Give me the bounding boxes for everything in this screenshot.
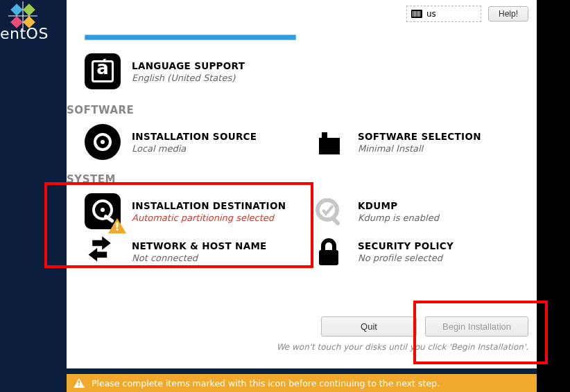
lock-icon — [311, 233, 347, 269]
help-button[interactable]: Help! — [488, 6, 528, 21]
disc-icon — [85, 124, 121, 160]
footer-note: We won't touch your disks until you clic… — [277, 342, 528, 352]
brand-name: entOS — [0, 25, 49, 42]
spoke-kdump[interactable]: KDUMP Kdump is enabled — [306, 191, 515, 231]
system-section-header: SYSTEM — [67, 173, 537, 186]
left-sidebar: entOS — [0, 0, 67, 392]
spoke-title: SOFTWARE SELECTION — [358, 131, 481, 142]
keyboard-layout-indicator[interactable]: us — [406, 6, 481, 22]
main-panel: us Help! LANGUAGE SUPPORT English (Unite… — [67, 0, 537, 368]
warning-bar-text: Please complete items marked with this i… — [92, 378, 440, 389]
spoke-subtitle: Automatic partitioning selected — [132, 213, 286, 223]
right-black-bar — [537, 0, 570, 392]
spoke-title: INSTALLATION DESTINATION — [132, 200, 286, 211]
spoke-installation-destination[interactable]: INSTALLATION DESTINATION Automatic parti… — [67, 191, 302, 231]
keyboard-icon — [411, 10, 422, 18]
spoke-subtitle: English (United States) — [132, 73, 245, 83]
software-section-header: SOFTWARE — [67, 104, 537, 116]
language-icon — [85, 53, 121, 89]
svg-point-9 — [318, 200, 337, 220]
kdump-icon — [311, 193, 347, 229]
footer-actions: Quit Begin Installation — [321, 317, 528, 337]
svg-rect-2 — [10, 3, 23, 16]
spoke-security-policy[interactable]: SECURITY POLICY No profile selected — [306, 231, 515, 271]
localization-row-highlight — [85, 35, 296, 40]
keyboard-layout-label: us — [426, 9, 436, 19]
spoke-title: KDUMP — [358, 200, 439, 211]
package-icon — [311, 124, 347, 160]
warning-triangle-icon — [74, 378, 85, 388]
spoke-subtitle: Not connected — [132, 253, 267, 263]
network-icon — [85, 233, 121, 269]
spoke-subtitle: Kdump is enabled — [358, 213, 439, 223]
warning-bar[interactable]: Please complete items marked with this i… — [67, 374, 537, 392]
spoke-software-selection[interactable]: SOFTWARE SELECTION Minimal Install — [306, 122, 515, 162]
spoke-subtitle: Local media — [132, 143, 257, 154]
summary-content: LANGUAGE SUPPORT English (United States)… — [67, 35, 537, 345]
topbar: us Help! — [406, 6, 528, 22]
spoke-title: INSTALLATION SOURCE — [132, 131, 257, 142]
spoke-subtitle: No profile selected — [358, 253, 454, 263]
svg-rect-0 — [23, 3, 35, 16]
spoke-subtitle: Minimal Install — [358, 143, 481, 154]
spoke-network[interactable]: NETWORK & HOST NAME Not connected — [67, 231, 302, 271]
spoke-title: SECURITY POLICY — [358, 240, 454, 251]
harddisk-icon — [85, 193, 121, 229]
quit-button[interactable]: Quit — [321, 317, 417, 337]
begin-installation-button[interactable]: Begin Installation — [425, 317, 528, 337]
spoke-installation-source[interactable]: INSTALLATION SOURCE Local media — [67, 122, 302, 162]
svg-point-7 — [101, 208, 105, 212]
spoke-language-support[interactable]: LANGUAGE SUPPORT English (United States) — [67, 51, 302, 91]
svg-rect-11 — [319, 250, 338, 265]
spoke-title: NETWORK & HOST NAME — [132, 240, 267, 251]
spoke-title: LANGUAGE SUPPORT — [132, 60, 245, 71]
